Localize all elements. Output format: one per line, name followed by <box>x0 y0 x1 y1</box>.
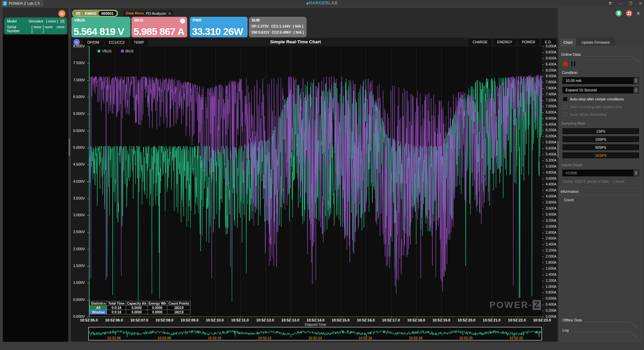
right-axis-tick-label: 3.600A <box>546 207 556 210</box>
chevron-down-icon: ▾ <box>168 12 171 15</box>
right-axis-tick-label: 3.200A <box>546 219 556 222</box>
overview-chart[interactable]: 10:52:0610:52:0810:52:1010:52:1210:52:14… <box>88 327 542 341</box>
tab-update-firmware[interactable]: Update Firmware <box>577 38 614 46</box>
vbus-value: 5.564 819 V <box>73 26 124 37</box>
left-axis-tick-label: 7.500V <box>71 61 85 65</box>
x-axis-tick-label: 10:52:13.0 <box>281 318 299 322</box>
right-panel: Chart Update Firmware Online Data Condit… <box>559 38 644 341</box>
right-axis-tick-label: 5.200A <box>546 159 556 162</box>
x-axis-tick-label: 10:52:11.0 <box>231 318 249 322</box>
energy-button[interactable]: ENERGY <box>493 39 516 45</box>
ibus-value: 5.985 867 A <box>133 26 184 37</box>
right-axis-tick-label: 4.000A <box>546 194 556 198</box>
window-restore-button[interactable]: ❐ <box>629 1 632 6</box>
x-axis-tick-label: 10:52:23.0 <box>533 318 551 322</box>
export-document-button[interactable] <box>615 10 622 16</box>
chart-scrollbar[interactable] <box>557 38 558 341</box>
stop-recording-button[interactable] <box>563 62 568 66</box>
checkbox-icon[interactable] <box>563 97 567 101</box>
tab-temp[interactable]: TEMP <box>130 39 148 46</box>
power-button[interactable]: POWER <box>518 39 539 45</box>
sampling-rate-label: Sampling Rate <box>561 121 642 125</box>
stats-row-window: Window0:0:18 0.00000.0000 18219 <box>90 310 191 314</box>
sps-button-1[interactable]: 1SPS <box>562 128 639 134</box>
ibus-card[interactable]: IBUS → 5.985 867 A <box>131 17 187 37</box>
sub-card[interactable]: SUB DP:2.373VCC1:1.144V[ N/A ] DM:0.631V… <box>249 17 307 37</box>
information-section-header[interactable]: information <box>559 188 642 195</box>
right-axis-tick-label: 9.000A <box>546 44 556 48</box>
chart-legend: VBUS IBUS <box>98 49 133 53</box>
window-minimize-button[interactable]: — <box>619 1 622 5</box>
pause-icon[interactable] <box>571 61 575 66</box>
window-pin-button[interactable] <box>609 1 612 5</box>
device-index: [0] <box>76 11 80 15</box>
sub-label: SUB <box>252 18 260 22</box>
titlebar: Z POWER-Z Lab 2.3 HARGERLAB — ❐ ✕ <box>0 0 644 7</box>
left-axis-tick-label: 6.000V <box>71 112 85 116</box>
sidebar-scrollbar[interactable] <box>69 38 70 341</box>
serial-row: Serial Number[ none ] [ none ]none <box>7 25 64 33</box>
power-card[interactable]: PWR 33.310 26W <box>190 17 248 37</box>
right-axis-tick-label: 8.800A <box>546 50 556 54</box>
spinner-arrows-icon[interactable]: ▲▼ <box>633 87 639 93</box>
x-axis-tick-label: 10:52:12.0 <box>256 318 274 322</box>
overview-time-label: 10:52:06 <box>107 336 121 340</box>
right-axis-tick-label: 2.400A <box>546 243 556 246</box>
left-axis-tick-label: 6.500V <box>71 95 85 99</box>
right-axis-tick-label: 5.000A <box>546 165 556 168</box>
sps-button-50[interactable]: 50SPS <box>562 144 639 150</box>
x-axis-tick-label: 10:52:22.0 <box>508 318 526 322</box>
right-axis-tick-label: 0.400A <box>546 303 556 306</box>
close-panel-button[interactable]: ✕ <box>636 11 640 16</box>
device-list-button[interactable]: ▤ <box>58 10 65 17</box>
autostop-checkbox[interactable]: Auto-stop after certain conditions <box>563 97 642 101</box>
right-axis-tick-label: 4.400A <box>546 182 556 186</box>
tab-chart[interactable]: Chart <box>559 38 576 46</box>
x-axis-tick-label: 10:52:18.0 <box>407 318 425 322</box>
system-time-checkbox: Start recording with system time <box>563 105 642 109</box>
pd-analyzer-dropdown[interactable]: PD Analyzer▾ <box>144 10 173 16</box>
offline-data-section-header[interactable]: Offline Data <box>562 317 640 323</box>
x-axis-tick-label: 10:52:09.0 <box>181 318 199 322</box>
overview-time-label: 10:52:18 <box>409 336 422 340</box>
tab-cc1cc2[interactable]: CC1/CC2 <box>105 39 128 46</box>
grid-view-button[interactable] <box>626 10 632 16</box>
right-axis-tick-label: 7.400A <box>546 92 556 96</box>
realtime-chart-canvas[interactable] <box>90 46 542 316</box>
charge-button[interactable]: CHARGE <box>469 39 492 45</box>
right-axis-tick-label: 1.400A <box>546 273 556 276</box>
expand-window-spinner[interactable]: Expand 10 Second ▲▼ <box>562 87 639 93</box>
current-threshold-spinner[interactable]: 10.00 mA ▲▼ <box>562 77 639 84</box>
count-item[interactable]: Count <box>559 195 642 205</box>
sps-button-1k[interactable]: 1KSPS <box>562 152 639 158</box>
left-axis-tick-label: 3.000V <box>71 213 85 217</box>
divider <box>82 11 83 15</box>
online-data-section-header[interactable]: Online Data <box>561 51 641 58</box>
window-close-button[interactable]: ✕ <box>639 1 642 6</box>
right-axis-tick-label: 6.800A <box>546 111 556 114</box>
right-axis-tick-label: 5.800A <box>546 140 556 144</box>
sub-line-1: DP:2.373VCC1:1.144V[ N/A ] <box>252 24 306 28</box>
right-axis-tick-label: 1.600A <box>546 267 556 270</box>
arrow-right-icon[interactable]: → <box>180 18 185 24</box>
x-axis-tick-label: 10:52:07.0 <box>130 318 148 322</box>
bottom-strip <box>0 342 644 350</box>
left-axis-tick-label: 3.500V <box>71 196 85 200</box>
log-section-header[interactable]: Log <box>562 327 640 334</box>
right-axis-tick-label: 1.200A <box>546 279 556 282</box>
x-axis-title: Elapsed Time <box>89 322 542 326</box>
x-axis-tick-label: 10:52:15.0 <box>332 318 350 322</box>
sps-button-10[interactable]: 10SPS <box>562 136 639 142</box>
spinner-arrows-icon[interactable]: ▲▼ <box>633 78 639 84</box>
checkbox-icon <box>563 113 567 117</box>
chart-panel: ∿ DP/DM CC1/CC2 TEMP Simple Real-Time Ch… <box>71 38 558 341</box>
left-axis-tick-label: 1.500V <box>71 264 85 268</box>
left-axis-tick-label: 5.500V <box>71 129 85 133</box>
realtime-plot[interactable]: VBUS IBUS <box>89 46 542 317</box>
vbus-card[interactable]: VBUS 5.564 819 V <box>71 17 130 37</box>
device-selector[interactable]: [0] KM002 000001 <box>72 10 118 17</box>
device-info-card[interactable]: Model Simulator [ none ] [0] Serial Numb… <box>4 17 67 34</box>
overview-time-label: 10:52:10 <box>208 336 221 340</box>
right-axis-tick-label: 7.200A <box>546 98 556 102</box>
overview-time-label: 10:52:12 <box>258 336 272 340</box>
